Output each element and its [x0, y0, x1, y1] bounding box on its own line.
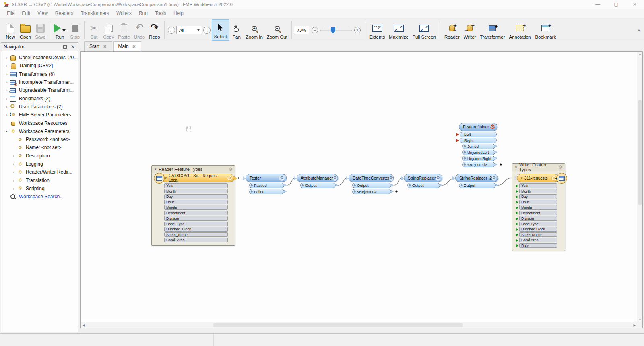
node-header[interactable]: StringReplacer⚙: [404, 174, 442, 182]
attribute-row[interactable]: Year: [519, 183, 557, 188]
input-stub-icon[interactable]: [452, 176, 455, 180]
tree-chevron-icon[interactable]: ›: [4, 128, 9, 134]
close-panel-icon[interactable]: ✕: [71, 44, 75, 50]
gear-icon[interactable]: ⚙: [227, 176, 232, 181]
zoom-level-field[interactable]: 73%: [294, 26, 309, 34]
input-stub-icon[interactable]: [401, 176, 404, 180]
node-header[interactable]: AttributeManager⚙: [297, 174, 338, 182]
attribute-row[interactable]: Street_Name: [164, 232, 228, 237]
toolbar-overflow-button[interactable]: »: [637, 27, 642, 33]
slider-handle[interactable]: [331, 27, 335, 34]
tree-row[interactable]: ›Reader/Writer Redir...: [1, 168, 78, 176]
select-tool-button[interactable]: Select: [212, 19, 229, 41]
nav-back-button[interactable]: ←: [168, 27, 175, 34]
transformer-node[interactable]: Tester⚙PassedFailed: [246, 174, 287, 194]
output-port[interactable]: <Rejected>: [462, 162, 495, 167]
menu-item-writers[interactable]: Writers: [113, 9, 135, 17]
attribute-row[interactable]: Hour: [519, 200, 557, 205]
workflow-canvas[interactable]: ▼Reader Feature Types⚙▼Writer Feature Ty…: [80, 51, 643, 328]
tree-row[interactable]: ›Workspace Parameters: [1, 127, 78, 135]
output-port[interactable]: UnjoinedLeft: [462, 150, 495, 155]
tree-row[interactable]: ›Scripting: [1, 184, 78, 193]
copy-button[interactable]: Copy: [101, 19, 116, 41]
tree-chevron-icon[interactable]: ›: [10, 170, 17, 174]
cut-button[interactable]: ✂ Cut: [87, 19, 101, 41]
tree-row[interactable]: ›CaseLocationsDetails_20...: [1, 54, 78, 62]
tree-row[interactable]: ›User Parameters (2): [1, 103, 78, 111]
attribute-row[interactable]: Hour: [164, 200, 228, 205]
tree-chevron-icon[interactable]: ›: [10, 178, 17, 183]
tree-row[interactable]: ›Upgradeable Transform...: [1, 86, 78, 94]
input-stub-icon[interactable]: [243, 176, 246, 180]
slider-track[interactable]: [320, 30, 352, 31]
stop-button[interactable]: Stop: [68, 19, 82, 41]
tree-chevron-icon[interactable]: ›: [4, 72, 10, 77]
gear-icon[interactable]: ⚙: [492, 175, 496, 181]
menu-item-help[interactable]: Help: [170, 9, 187, 17]
zoom-minus-button[interactable]: −: [312, 27, 318, 33]
attribute-row[interactable]: Year: [164, 183, 228, 188]
menu-item-transformers[interactable]: Transformers: [77, 9, 113, 17]
input-stub-icon[interactable]: [514, 176, 517, 180]
tree-chevron-icon[interactable]: ›: [10, 162, 17, 166]
zoom-out-button[interactable]: − Zoom Out: [265, 19, 289, 41]
attribute-row[interactable]: Day: [164, 194, 228, 199]
output-port[interactable]: Output: [300, 183, 336, 188]
collapse-arrow-icon[interactable]: ▼: [164, 176, 167, 180]
tree-row[interactable]: Name: <not set>: [1, 143, 78, 151]
attribute-row[interactable]: Hundred_Block: [164, 227, 228, 232]
minimize-button[interactable]: —: [588, 0, 607, 9]
menu-item-file[interactable]: File: [3, 9, 18, 17]
tree-chevron-icon[interactable]: ›: [10, 186, 17, 191]
menu-item-tools[interactable]: Tools: [151, 9, 170, 17]
tree-chevron-icon[interactable]: ›: [4, 55, 10, 60]
attribute-row[interactable]: Department: [164, 211, 228, 215]
node-header[interactable]: FeatureJoiner⚙: [459, 123, 497, 131]
attribute-row[interactable]: Day: [519, 194, 557, 199]
output-port[interactable]: Output: [407, 183, 440, 188]
zoom-plus-button[interactable]: +: [354, 27, 361, 33]
collapse-arrow-icon[interactable]: ▼: [520, 176, 523, 180]
output-port[interactable]: UnjoinedRight: [462, 156, 495, 161]
run-button[interactable]: Run: [52, 19, 68, 41]
tree-chevron-icon[interactable]: ›: [4, 80, 10, 85]
undo-button[interactable]: ↶ Undo: [132, 19, 147, 41]
output-stub-icon[interactable]: [234, 176, 237, 180]
menu-item-view[interactable]: View: [34, 9, 52, 17]
feature-type-header[interactable]: ▼311-requests⚙: [517, 174, 559, 182]
attribute-row[interactable]: Local Area: [519, 238, 557, 242]
add-writer-button[interactable]: +→ Writer: [462, 19, 478, 41]
node-header[interactable]: StringReplacer_2⚙: [455, 174, 498, 182]
input-port[interactable]: Right: [460, 138, 497, 143]
transformer-node[interactable]: DateTimeConverter⚙Output<Rejected>: [349, 174, 394, 194]
input-port[interactable]: Left: [460, 132, 497, 137]
pan-tool-button[interactable]: Pan: [229, 19, 244, 41]
gear-icon[interactable]: ⚙: [333, 175, 337, 181]
output-port[interactable]: Passed: [249, 183, 284, 188]
attribute-row[interactable]: Month: [519, 189, 557, 194]
add-reader-button[interactable]: +→ Reader: [442, 19, 462, 41]
dataset-table-icon[interactable]: [154, 173, 165, 184]
attribute-row[interactable]: Minute: [164, 205, 228, 210]
zoom-slider[interactable]: [320, 26, 352, 35]
tree-row[interactable]: ›FME Server Parameters: [1, 111, 78, 119]
gear-icon[interactable]: ⚙: [436, 175, 440, 181]
nav-forward-button[interactable]: →: [203, 27, 211, 34]
gear-icon[interactable]: ⚙: [389, 175, 393, 181]
attribute-row[interactable]: Division: [164, 216, 228, 221]
attribute-row[interactable]: Division: [519, 216, 557, 221]
run-dropdown-caret[interactable]: [62, 29, 66, 31]
tree-row[interactable]: Workspace Resources: [1, 119, 78, 127]
tab-close-icon[interactable]: ✕: [132, 44, 136, 49]
transformer-node[interactable]: StringReplacer_2⚙Output: [455, 174, 498, 188]
transformer-node[interactable]: StringReplacer⚙Output: [404, 174, 442, 188]
alert-gear-icon[interactable]: ⚙: [490, 124, 495, 130]
open-button[interactable]: Open: [18, 19, 33, 41]
tab-start[interactable]: Start✕: [84, 41, 112, 51]
attribute-row[interactable]: Case_Type: [164, 222, 228, 226]
tree-row[interactable]: Password: <not set>: [1, 135, 78, 143]
save-button[interactable]: Save: [33, 19, 47, 41]
gear-icon[interactable]: ⚙: [279, 175, 285, 181]
restore-button[interactable]: ▢: [607, 0, 625, 9]
node-header[interactable]: Tester⚙: [246, 174, 287, 182]
